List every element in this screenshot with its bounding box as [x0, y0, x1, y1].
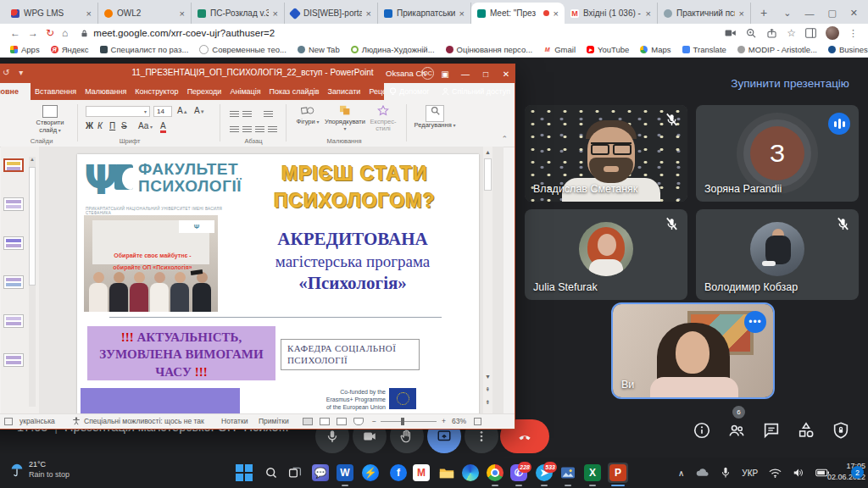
viber-button[interactable]: ✆228	[509, 463, 529, 483]
account-avatar[interactable]: OC	[421, 67, 434, 80]
editing-button[interactable]: Редагування ▾	[411, 105, 459, 130]
home-icon[interactable]: ⌂	[62, 27, 68, 39]
ribbon-tab-home[interactable]: Головне	[0, 83, 31, 100]
bookmark-maps[interactable]: Maps	[640, 45, 670, 54]
slide-thumbnail-5[interactable]	[3, 314, 24, 328]
slide-thumbnail-4[interactable]	[3, 275, 24, 289]
excel-button[interactable]: X	[582, 463, 603, 483]
bookmark-translate[interactable]: Translate	[682, 45, 726, 54]
next-slide-icon[interactable]: ⇟	[483, 399, 492, 406]
slide-sorter-view-icon[interactable]	[320, 418, 330, 425]
ribbon-tab-draw[interactable]: Малювання	[81, 83, 131, 100]
tab-owl2[interactable]: OWL2 ×	[98, 3, 192, 24]
tab-close-icon[interactable]: ×	[459, 8, 465, 19]
bookmark-youtube[interactable]: ▸YouTube	[587, 45, 629, 54]
thumbnail-scrollbar[interactable]: ▲	[29, 157, 36, 407]
zoom-in-icon[interactable]: +	[442, 417, 446, 425]
forward-icon[interactable]: →	[28, 27, 38, 39]
help-lightbulb[interactable]: Допомог	[389, 83, 430, 100]
activities-icon[interactable]	[797, 421, 815, 440]
reload-icon[interactable]: ↻	[46, 27, 54, 39]
comments-button[interactable]: Примітки	[259, 417, 289, 425]
back-icon[interactable]: ←	[10, 27, 20, 39]
tray-expand-icon[interactable]: ∧	[678, 469, 684, 478]
ribbon-tab-design[interactable]: Конструктор	[131, 83, 182, 100]
participant-tile-zoriana[interactable]: З Зоряна Parandii	[696, 105, 859, 202]
powerpoint-button-active[interactable]: P	[608, 463, 628, 483]
bookmark-modip[interactable]: MODIP - Aristotle...	[737, 45, 817, 54]
zoom-out-icon[interactable]: −	[372, 417, 376, 425]
slideshow-view-icon[interactable]	[353, 418, 364, 425]
bookmark-business-psych[interactable]: Business Psycholog...	[828, 45, 868, 54]
normal-view-icon[interactable]	[303, 418, 313, 425]
bookmark-newtab[interactable]: New Tab	[298, 45, 340, 54]
telegram-button[interactable]: ➤533	[534, 463, 554, 483]
window-minimize-icon[interactable]: —	[804, 8, 814, 19]
teams-chat-button[interactable]: 💬	[310, 463, 331, 483]
share-button[interactable]: Спільний доступ	[442, 83, 510, 100]
messenger-button[interactable]: ⚡	[360, 463, 381, 483]
tab-ps-rozklad[interactable]: ПС-Розклад v.3.8 ×	[192, 3, 285, 24]
tab-search-icon[interactable]: ⌄	[783, 8, 791, 19]
window-close-icon[interactable]: ✕	[850, 8, 858, 19]
italic-button[interactable]: К	[97, 121, 103, 130]
quick-styles-button[interactable]: Експрес- стилі	[367, 105, 399, 133]
mail-button[interactable]: M	[411, 463, 431, 483]
tab-prykarpatskyi[interactable]: Прикарпатський ×	[378, 3, 471, 24]
previous-slide-icon[interactable]: ⇞	[483, 386, 492, 393]
share-icon[interactable]	[766, 28, 777, 39]
start-button[interactable]	[234, 463, 254, 483]
indent-icons[interactable]	[262, 107, 275, 122]
chrome-button[interactable]	[485, 463, 505, 483]
align-icons[interactable]	[228, 122, 279, 137]
maximize-button[interactable]: □	[476, 64, 496, 83]
participant-tile-vladyslav[interactable]: Владислав Сметаняк	[525, 105, 687, 202]
host-controls-icon[interactable]	[832, 421, 850, 440]
tile-options-icon[interactable]: •••	[744, 311, 766, 333]
tab-meet-active[interactable]: Meet: "През ×	[471, 3, 565, 24]
bookmark-yandex[interactable]: ЯЯндекс	[51, 45, 89, 54]
zoom-slider[interactable]	[381, 421, 437, 422]
slide-thumbnail-1[interactable]	[3, 158, 24, 172]
tab-dis-web[interactable]: DIS[WEB]-portal ×	[285, 3, 378, 24]
font-size-combobox[interactable]: 14	[153, 106, 172, 117]
tab-gmail-inbox[interactable]: M Вхідні (1 036) - o ×	[565, 3, 658, 24]
wifi-icon[interactable]	[769, 469, 782, 478]
new-slide-button[interactable]: Створити слайд ▾	[28, 105, 72, 134]
bookmark-sovremennye[interactable]: Современные тео...	[199, 45, 287, 54]
edge-button[interactable]	[460, 463, 481, 483]
onedrive-icon[interactable]	[695, 468, 709, 478]
minimize-button[interactable]: —	[455, 64, 476, 83]
arrange-button[interactable]: Упорядкувати ▾	[325, 105, 365, 133]
slide-canvas[interactable]: Ψ ФАКУЛЬТЕТ ПСИХОЛОГІЇ ПРИКАРПАТСЬКИЙ НА…	[77, 154, 479, 416]
slide-thumbnail-3[interactable]	[3, 236, 24, 250]
scroll-down-icon[interactable]: ▼	[483, 374, 492, 380]
change-case-button[interactable]: Aa ▾	[138, 121, 153, 130]
bookmark-apps[interactable]: Apps	[10, 45, 40, 54]
account-name[interactable]: Oksana Ch	[386, 69, 426, 78]
browser-menu-icon[interactable]: ⋮	[849, 28, 858, 39]
participant-tile-julia[interactable]: Julia Stefurak	[525, 209, 687, 300]
tab-close-icon[interactable]: ×	[646, 8, 651, 19]
bold-button[interactable]: Ж	[86, 121, 93, 130]
camera-in-use-icon[interactable]	[725, 28, 737, 38]
volume-icon[interactable]	[793, 468, 804, 478]
bookmark-specialist[interactable]: Специалист по раз...	[100, 45, 189, 54]
profile-avatar[interactable]	[826, 26, 839, 40]
tab-close-icon[interactable]: ×	[554, 8, 559, 19]
self-view-tile[interactable]: ••• Ви	[611, 302, 775, 399]
fit-to-window-icon[interactable]	[474, 418, 481, 425]
scroll-up-icon[interactable]: ▲	[483, 147, 492, 155]
side-panel-icon[interactable]	[805, 28, 816, 38]
facebook-button[interactable]: f	[388, 463, 409, 483]
tab-praktychnyi[interactable]: Практичний пси ×	[658, 3, 751, 24]
tab-close-icon[interactable]: ×	[273, 8, 278, 19]
powerpoint-titlebar[interactable]: ↺ ▾ 11_ПРЕЗЕНТАЦІЯ_ОП_ПСИХОЛОГІЯ_22_всту…	[0, 64, 515, 83]
shrink-font-icon[interactable]: А▼	[194, 106, 205, 115]
ribbon-tab-transitions[interactable]: Переходи	[183, 83, 226, 100]
ribbon-tab-record[interactable]: Записати	[324, 83, 365, 100]
tab-close-icon[interactable]: ×	[366, 8, 371, 19]
zoom-level[interactable]: 63%	[452, 417, 466, 425]
slide-scrollbar[interactable]: ▲ ▼ ⇞ ⇟	[483, 147, 492, 416]
ribbon-tab-insert[interactable]: Вставлення	[31, 83, 81, 100]
